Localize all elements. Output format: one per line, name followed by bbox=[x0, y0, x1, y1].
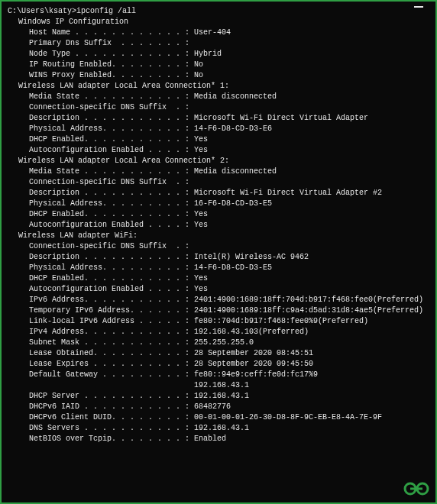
row-label: DNS Servers . . . . . . . . . . . : bbox=[29, 424, 194, 432]
row-label: NetBIOS over Tcpip. . . . . . . . : bbox=[29, 435, 194, 443]
row-label: Media State . . . . . . . . . . . : bbox=[29, 92, 194, 101]
adapter-row: Link-local IPv6 Address . . . . . : fe80… bbox=[8, 316, 429, 327]
row-label: DHCP Enabled. . . . . . . . . . . : bbox=[29, 274, 194, 283]
row-label: Autoconfiguration Enabled . . . . : bbox=[29, 146, 194, 154]
adapter-title: Wireless LAN adapter WiFi: bbox=[8, 231, 429, 241]
adapter-row: DHCP Enabled. . . . . . . . . . . : Yes bbox=[8, 209, 429, 220]
row-value: 28 September 2020 08:45:51 bbox=[194, 349, 313, 357]
row-value: 28 September 2020 09:45:50 bbox=[194, 360, 313, 368]
row-value: fe80::704d:b917:f468:fee0%9(Preferred) bbox=[194, 317, 368, 325]
adapter-row: Physical Address. . . . . . . . . : 16-F… bbox=[8, 199, 429, 209]
row-label: DHCP Server . . . . . . . . . . . : bbox=[29, 392, 194, 400]
adapter-row: Default Gateway . . . . . . . . . : fe80… bbox=[8, 370, 429, 380]
adapter-row: DHCPv6 Client DUID. . . . . . . . : 00-0… bbox=[8, 412, 429, 423]
adapter-row: Connection-specific DNS Suffix . : bbox=[8, 102, 429, 113]
row-label: Media State . . . . . . . . . . . : bbox=[29, 167, 194, 176]
row-label: Connection-specific DNS Suffix . : bbox=[29, 242, 194, 250]
row-label: Lease Expires . . . . . . . . . . : bbox=[29, 360, 194, 368]
row-value: Media disconnected bbox=[194, 167, 277, 176]
row-label: Connection-specific DNS Suffix . : bbox=[29, 178, 194, 186]
minimize-icon[interactable] bbox=[414, 6, 423, 8]
host-info-row: Host Name . . . . . . . . . . . . : User… bbox=[8, 27, 429, 38]
adapter-row: Connection-specific DNS Suffix . : bbox=[8, 177, 429, 188]
row-label: Connection-specific DNS Suffix . : bbox=[29, 103, 194, 111]
adapter-row: Description . . . . . . . . . . . : Inte… bbox=[8, 252, 429, 263]
host-info-row: IP Routing Enabled. . . . . . . . : No bbox=[8, 60, 429, 70]
adapter-row: Physical Address. . . . . . . . . : 14-F… bbox=[8, 124, 429, 134]
row-value: Microsoft Wi-Fi Direct Virtual Adapter bbox=[194, 114, 368, 122]
adapter-row: Connection-specific DNS Suffix . : bbox=[8, 241, 429, 252]
row-label: WINS Proxy Enabled. . . . . . . . : bbox=[29, 71, 194, 79]
terminal-output: C:\Users\ksaty>ipconfig /allWindows IP C… bbox=[2, 6, 435, 444]
adapter-row: DNS Servers . . . . . . . . . . . : 192.… bbox=[8, 423, 429, 434]
row-value: User-404 bbox=[194, 28, 231, 37]
adapter-row: Subnet Mask . . . . . . . . . . . : 255.… bbox=[8, 338, 429, 348]
row-value: 192.168.43.1 bbox=[194, 381, 249, 389]
row-value: 192.168.43.1 bbox=[194, 392, 249, 400]
row-label bbox=[29, 381, 194, 389]
adapter-row: Autoconfiguration Enabled . . . . : Yes bbox=[8, 220, 429, 231]
row-value: fe80::94e9:ceff:fe0d:fc17%9 bbox=[194, 370, 318, 379]
row-label: Host Name . . . . . . . . . . . . : bbox=[29, 28, 194, 37]
row-value: 192.168.43.103(Preferred) bbox=[194, 328, 309, 336]
gfg-logo-icon bbox=[403, 481, 429, 496]
row-label: Temporary IPv6 Address. . . . . . : bbox=[29, 306, 194, 315]
row-label: IPv6 Address. . . . . . . . . . . : bbox=[29, 296, 194, 304]
adapter-row: Media State . . . . . . . . . . . : Medi… bbox=[8, 166, 429, 177]
row-label: Primary Dns Suffix . . . . . . . : bbox=[29, 39, 194, 47]
row-value: 00-01-00-01-26-30-D8-8F-9C-EB-E8-4A-7E-9… bbox=[194, 413, 382, 422]
adapter-row: Physical Address. . . . . . . . . : 14-F… bbox=[8, 263, 429, 273]
row-label: DHCPv6 IAID . . . . . . . . . . . : bbox=[29, 402, 194, 411]
row-label: Subnet Mask . . . . . . . . . . . : bbox=[29, 338, 194, 347]
row-value: Yes bbox=[194, 274, 208, 283]
row-label: Physical Address. . . . . . . . . : bbox=[29, 199, 194, 208]
adapter-row: Description . . . . . . . . . . . : Micr… bbox=[8, 113, 429, 124]
row-value: No bbox=[194, 60, 203, 69]
adapter-row: DHCPv6 IAID . . . . . . . . . . . : 6848… bbox=[8, 402, 429, 412]
adapter-row: Autoconfiguration Enabled . . . . : Yes bbox=[8, 145, 429, 156]
row-value: 16-F6-D8-CD-D3-E5 bbox=[194, 199, 272, 208]
row-value: Media disconnected bbox=[194, 92, 277, 101]
row-value: Microsoft Wi-Fi Direct Virtual Adapter #… bbox=[194, 189, 382, 197]
adapter-title: Wireless LAN adapter Local Area Connecti… bbox=[8, 81, 429, 92]
adapter-row: 192.168.43.1 bbox=[8, 380, 429, 391]
row-label: Physical Address. . . . . . . . . : bbox=[29, 124, 194, 133]
row-value: 2401:4900:1689:18ff:c9a4:d5ad:31d8:4ae5(… bbox=[194, 306, 423, 315]
adapter-row: Lease Obtained. . . . . . . . . . : 28 S… bbox=[8, 348, 429, 359]
terminal-window: C:\Users\ksaty>ipconfig /allWindows IP C… bbox=[0, 0, 437, 504]
row-value: 68482776 bbox=[194, 402, 231, 411]
row-value: No bbox=[194, 71, 203, 79]
row-value: 2401:4900:1689:18ff:704d:b917:f468:fee0(… bbox=[194, 296, 423, 304]
row-label: Link-local IPv6 Address . . . . . : bbox=[29, 317, 194, 325]
row-label: Lease Obtained. . . . . . . . . . : bbox=[29, 349, 194, 357]
row-label: Autoconfiguration Enabled . . . . : bbox=[29, 285, 194, 293]
row-value: 192.168.43.1 bbox=[194, 424, 249, 432]
adapter-row: Media State . . . . . . . . . . . : Medi… bbox=[8, 92, 429, 102]
row-value: 255.255.255.0 bbox=[194, 338, 254, 347]
row-label: IPv4 Address. . . . . . . . . . . : bbox=[29, 328, 194, 336]
adapter-row: DHCP Enabled. . . . . . . . . . . : Yes bbox=[8, 134, 429, 145]
row-label: Description . . . . . . . . . . . : bbox=[29, 253, 194, 261]
host-info-row: Node Type . . . . . . . . . . . . : Hybr… bbox=[8, 49, 429, 60]
host-info-row: Primary Dns Suffix . . . . . . . : bbox=[8, 38, 429, 49]
row-value: Yes bbox=[194, 210, 208, 218]
adapter-row: IPv4 Address. . . . . . . . . . . : 192.… bbox=[8, 327, 429, 338]
adapter-row: Temporary IPv6 Address. . . . . . : 2401… bbox=[8, 305, 429, 316]
adapter-row: Description . . . . . . . . . . . : Micr… bbox=[8, 188, 429, 199]
host-info-row: WINS Proxy Enabled. . . . . . . . : No bbox=[8, 70, 429, 81]
adapter-row: DHCP Enabled. . . . . . . . . . . : Yes bbox=[8, 273, 429, 284]
row-label: DHCPv6 Client DUID. . . . . . . . : bbox=[29, 413, 194, 422]
row-label: DHCP Enabled. . . . . . . . . . . : bbox=[29, 135, 194, 144]
row-label: Default Gateway . . . . . . . . . : bbox=[29, 370, 194, 379]
adapter-title: Wireless LAN adapter Local Area Connecti… bbox=[8, 156, 429, 166]
adapter-row: DHCP Server . . . . . . . . . . . : 192.… bbox=[8, 391, 429, 402]
row-label: DHCP Enabled. . . . . . . . . . . : bbox=[29, 210, 194, 218]
adapter-row: Lease Expires . . . . . . . . . . : 28 S… bbox=[8, 359, 429, 370]
row-value: Yes bbox=[194, 135, 208, 144]
row-value: Yes bbox=[194, 221, 208, 229]
command-text: ipconfig /all bbox=[76, 7, 136, 15]
row-value: Intel(R) Wireless-AC 9462 bbox=[194, 253, 309, 261]
adapter-row: NetBIOS over Tcpip. . . . . . . . : Enab… bbox=[8, 434, 429, 444]
adapter-row: Autoconfiguration Enabled . . . . : Yes bbox=[8, 284, 429, 295]
section-header: Windows IP Configuration bbox=[8, 17, 429, 27]
